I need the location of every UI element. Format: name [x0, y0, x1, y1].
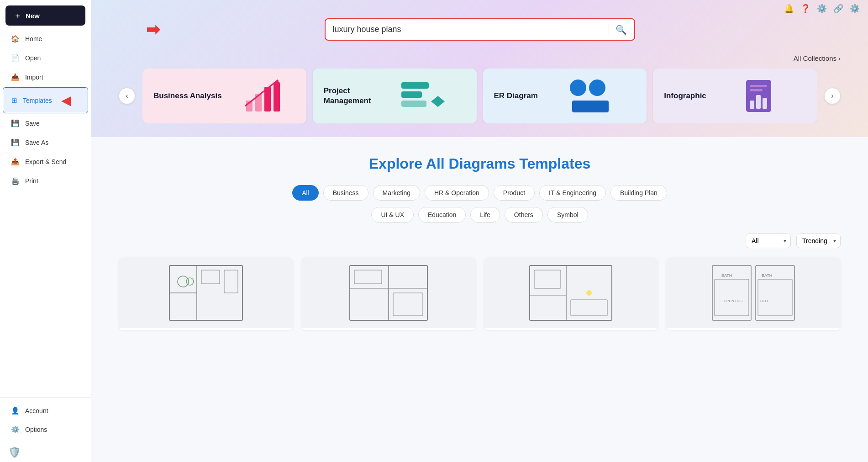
- grid-card-4[interactable]: BATH BATH OPEN DUCT BED: [666, 257, 841, 330]
- new-label: New: [26, 12, 40, 20]
- sidebar-item-templates[interactable]: ⊞ Templates ◀: [3, 87, 88, 113]
- sidebar-item-label: Export & Send: [25, 158, 66, 165]
- sidebar-item-options[interactable]: ⚙️ Options: [3, 420, 88, 439]
- filter-marketing[interactable]: Marketing: [373, 185, 420, 201]
- svg-rect-16: [763, 98, 767, 109]
- carousel-next-button[interactable]: ›: [824, 88, 841, 104]
- notification-icon[interactable]: 🔔: [784, 4, 794, 14]
- search-button[interactable]: 🔍: [614, 22, 629, 37]
- filter-ui-ux[interactable]: UI & UX: [371, 207, 414, 223]
- sidebar-item-label: Account: [25, 407, 48, 414]
- carousel-prev-button[interactable]: ‹: [119, 88, 135, 104]
- svg-rect-15: [756, 95, 761, 109]
- help-icon[interactable]: ❓: [800, 4, 810, 14]
- sidebar-item-label: Import: [25, 74, 43, 81]
- search-icon: 🔍: [615, 25, 627, 35]
- svg-rect-18: [750, 89, 763, 91]
- grid-card-3[interactable]: [484, 257, 658, 330]
- svg-point-22: [178, 276, 189, 287]
- hero-section: ➡ 🔍 All Collections › ‹ Bus: [91, 0, 868, 137]
- filter-product[interactable]: Product: [494, 185, 535, 201]
- sidebar-item-save-as[interactable]: 💾 Save As: [3, 133, 88, 152]
- card-icon-er: [545, 78, 636, 114]
- main-content: 🔔 ❓ ⚙️ 🔗 ⚙️ ➡ 🔍 All Collections: [91, 0, 868, 462]
- sidebar-item-label: Print: [25, 177, 38, 185]
- svg-rect-24: [201, 270, 220, 284]
- shield-badge: 🛡️: [0, 443, 91, 462]
- template-grid: BATH BATH OPEN DUCT BED: [119, 257, 841, 330]
- sidebar-item-export[interactable]: 📤 Export & Send: [3, 153, 88, 171]
- sidebar-item-label: Save As: [25, 139, 48, 146]
- all-collections-wrapper: All Collections ›: [119, 54, 841, 62]
- new-button[interactable]: ＋ New: [5, 5, 85, 26]
- filter-others[interactable]: Others: [505, 207, 543, 223]
- search-input[interactable]: [331, 21, 604, 38]
- template-card-infographic[interactable]: Infographic: [653, 69, 817, 123]
- filter-it-engineering[interactable]: IT & Engineering: [539, 185, 606, 201]
- filter-education[interactable]: Education: [418, 207, 466, 223]
- sidebar-item-label: Templates: [23, 97, 52, 104]
- right-arrow-icon: ➡: [146, 20, 160, 39]
- template-carousel: ‹ Business Analysis: [119, 69, 841, 123]
- filter-tags-row2: UI & UX Education Life Others Symbol: [119, 207, 841, 223]
- all-collections-link[interactable]: All Collections ›: [794, 54, 841, 62]
- dropdown-bar: All Free Premium Trending Newest Popular: [119, 234, 841, 248]
- save-icon: 💾: [11, 119, 20, 127]
- sidebar: ＋ New 🏠 Home 📄 Open 📥 Import ⊞ Templates…: [0, 0, 91, 462]
- filter-building-plan[interactable]: Building Plan: [610, 185, 667, 201]
- card-icon-business: [229, 78, 295, 114]
- explore-title-plain: Explore: [369, 155, 426, 172]
- template-card-business-analysis[interactable]: Business Analysis: [142, 69, 306, 123]
- integrations-icon[interactable]: ⚙️: [817, 4, 827, 14]
- svg-text:OPEN DUCT: OPEN DUCT: [724, 299, 745, 303]
- explore-section: Explore All Diagrams Templates All Busin…: [91, 137, 868, 349]
- import-icon: 📥: [11, 73, 20, 81]
- sidebar-item-save[interactable]: 💾 Save: [3, 114, 88, 133]
- sort-dropdown[interactable]: Trending Newest Popular: [796, 234, 841, 248]
- type-dropdown[interactable]: All Free Premium: [746, 234, 791, 248]
- filter-life[interactable]: Life: [470, 207, 500, 223]
- svg-rect-30: [393, 293, 423, 316]
- templates-icon: ⊞: [11, 96, 17, 105]
- sidebar-item-account[interactable]: 👤 Account: [3, 402, 88, 420]
- svg-rect-36: [571, 300, 607, 316]
- sidebar-item-open[interactable]: 📄 Open: [3, 49, 88, 67]
- svg-rect-25: [224, 270, 238, 293]
- svg-text:BATH: BATH: [721, 273, 732, 278]
- settings-icon[interactable]: ⚙️: [850, 4, 860, 14]
- svg-rect-42: [758, 279, 792, 316]
- grid-card-2-preview: [301, 257, 476, 328]
- grid-card-1[interactable]: [119, 257, 293, 330]
- filter-tags-row1: All Business Marketing HR & Operation Pr…: [119, 185, 841, 201]
- filter-business[interactable]: Business: [323, 185, 368, 201]
- svg-rect-7: [401, 91, 422, 98]
- svg-rect-34: [534, 270, 561, 288]
- svg-rect-12: [572, 101, 609, 112]
- filter-all[interactable]: All: [292, 185, 319, 201]
- filter-hr-operation[interactable]: HR & Operation: [425, 185, 489, 201]
- sort-dropdown-wrapper: Trending Newest Popular: [796, 234, 841, 248]
- sidebar-item-home[interactable]: 🏠 Home: [3, 30, 88, 48]
- sidebar-annotation-arrow: ◀: [61, 93, 71, 108]
- filter-symbol[interactable]: Symbol: [547, 207, 588, 223]
- template-card-project-management[interactable]: ProjectManagement: [313, 69, 477, 123]
- card-label: Business Analysis: [153, 91, 222, 101]
- svg-marker-9: [431, 96, 445, 107]
- sidebar-item-print[interactable]: 🖨️ Print: [3, 172, 88, 190]
- explore-title-colored: All Diagrams Templates: [426, 155, 590, 172]
- grid-card-4-preview: BATH BATH OPEN DUCT BED: [666, 257, 841, 328]
- sidebar-item-label: Open: [25, 54, 41, 62]
- svg-rect-3: [274, 82, 280, 112]
- topbar: 🔔 ❓ ⚙️ 🔗 ⚙️: [776, 0, 868, 17]
- card-icon-infographic: [714, 78, 806, 114]
- home-icon: 🏠: [11, 35, 20, 43]
- share-icon[interactable]: 🔗: [833, 4, 843, 14]
- template-card-er-diagram[interactable]: ER Diagram: [483, 69, 647, 123]
- sidebar-item-label: Save: [25, 120, 40, 127]
- card-label: ProjectManagement: [324, 86, 371, 106]
- sidebar-item-import[interactable]: 📥 Import: [3, 68, 88, 86]
- chevron-right-icon: ›: [838, 54, 841, 62]
- svg-point-10: [570, 80, 586, 96]
- save-as-icon: 💾: [11, 138, 20, 147]
- grid-card-2[interactable]: [301, 257, 476, 330]
